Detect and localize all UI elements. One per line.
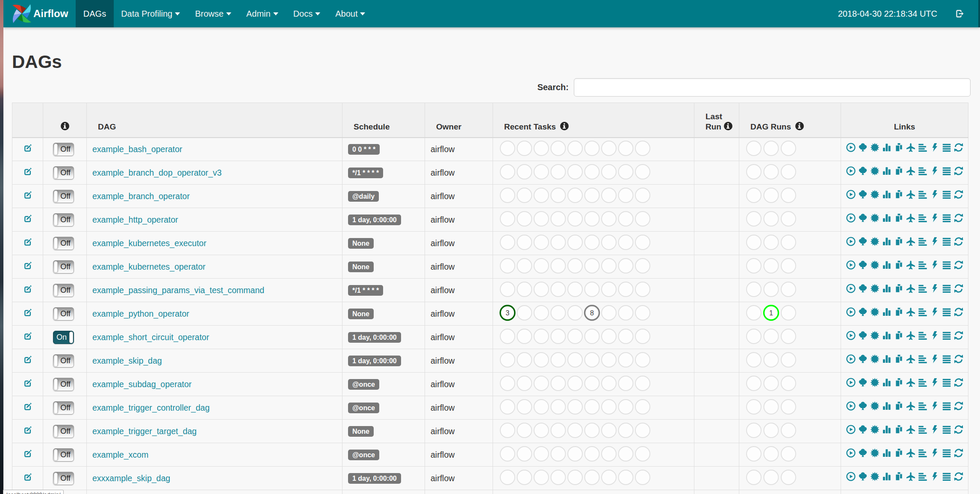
dag-pause-toggle[interactable]: Off [53,448,74,462]
recent-tasks[interactable] [499,257,652,275]
play-circle-link[interactable] [846,284,856,293]
refresh-link[interactable] [954,472,963,481]
recent-tasks-circle-empty[interactable] [500,235,515,250]
tree-link[interactable] [858,284,868,293]
recent-tasks[interactable] [499,445,652,463]
stats-link[interactable] [882,190,891,199]
dag-runs-circle-empty[interactable] [764,235,779,250]
dag-runs-circle-empty[interactable] [747,212,761,226]
recent-tasks-circle-empty[interactable] [585,400,599,414]
align-justify-link[interactable] [942,307,951,317]
play-circle-link[interactable] [846,448,856,458]
tree-link[interactable] [858,401,868,411]
flash-link[interactable] [930,166,939,176]
flash-link[interactable] [930,284,939,293]
recent-tasks-circle-empty[interactable] [551,329,566,344]
align-justify-link[interactable] [942,378,951,387]
recent-tasks-circle-empty[interactable] [551,259,566,273]
plane-link[interactable] [906,213,915,223]
play-circle-link[interactable] [846,401,856,411]
dag-runs-circle-empty[interactable] [747,282,761,297]
refresh-link[interactable] [954,307,963,317]
dag-runs[interactable] [745,421,797,439]
flash-link[interactable] [930,378,939,387]
nav-link-admin[interactable]: Admin [239,0,286,27]
certificate-link[interactable] [870,284,880,293]
recent-tasks-circle-empty[interactable] [517,212,532,226]
dag-runs[interactable] [745,351,797,369]
align-justify-link[interactable] [942,237,951,246]
align-justify-link[interactable] [942,425,951,434]
duplicate-link[interactable] [894,213,903,223]
duplicate-link[interactable] [894,378,903,387]
dag-runs[interactable] [745,186,797,204]
align-left-link[interactable] [918,425,927,434]
align-left-link[interactable] [918,213,927,223]
recent-tasks[interactable] [499,280,652,298]
dag-pause-toggle[interactable]: Off [53,260,74,273]
dag-pause-toggle[interactable]: Off [53,237,74,250]
duplicate-link[interactable] [894,284,903,293]
align-justify-link[interactable] [942,331,951,340]
flash-link[interactable] [930,213,939,223]
schedule-badge[interactable]: 1 day, 0:00:00 [348,356,401,366]
recent-tasks-circle-empty[interactable] [619,376,633,391]
certificate-link[interactable] [870,260,880,270]
header-owner[interactable]: Owner [425,103,493,138]
dag-name-link[interactable]: example_bash_operator [92,144,182,154]
recent-tasks-circle-empty[interactable] [602,188,616,203]
recent-tasks-circle-empty[interactable] [602,141,616,156]
duplicate-link[interactable] [894,166,903,176]
recent-tasks-circle-empty[interactable] [602,282,616,297]
recent-tasks-circle-empty[interactable] [568,259,582,273]
recent-tasks-circle-empty[interactable] [585,353,599,367]
recent-tasks-circle-empty[interactable] [602,400,616,414]
dag-runs-circle-empty[interactable] [747,353,761,367]
dag-runs-circle-empty[interactable] [764,447,779,461]
recent-tasks-circle-empty[interactable] [585,423,599,438]
edit-dag-link[interactable] [24,168,32,176]
refresh-link[interactable] [954,448,963,458]
recent-tasks-circle-empty[interactable] [568,423,582,438]
nav-link-dags[interactable]: DAGs [76,0,113,27]
recent-tasks-circle-empty[interactable] [568,306,582,320]
dag-name-link[interactable]: example_skip_dag [92,356,162,365]
stats-link[interactable] [882,260,891,270]
dag-runs-circle-empty[interactable] [764,141,779,156]
recent-tasks-circle-empty[interactable] [619,165,633,179]
schedule-badge[interactable]: 0 0 * * * [348,144,380,155]
recent-tasks-circle-empty[interactable] [500,423,515,438]
recent-tasks-circle-empty[interactable] [568,447,582,461]
dag-runs-circle-empty[interactable] [747,235,761,250]
recent-tasks[interactable] [499,398,652,416]
play-circle-link[interactable] [846,425,856,434]
recent-tasks-circle-empty[interactable] [500,447,515,461]
dag-runs-circle-empty[interactable] [747,188,761,203]
play-circle-link[interactable] [846,472,856,481]
dag-runs-circle-empty[interactable] [764,353,779,367]
stats-link[interactable] [882,284,891,293]
recent-tasks-circle-empty[interactable] [568,376,582,391]
recent-tasks-circle-empty[interactable] [619,400,633,414]
recent-tasks-circle-empty[interactable] [635,235,650,250]
dag-runs[interactable] [745,327,797,345]
recent-tasks-circle-empty[interactable] [619,329,633,344]
tree-link[interactable] [858,260,868,270]
duplicate-link[interactable] [894,472,903,481]
certificate-link[interactable] [870,190,880,199]
brand-link[interactable]: Airflow [3,0,76,27]
dag-runs[interactable] [745,468,797,486]
recent-tasks-circle-empty[interactable] [517,470,532,485]
refresh-link[interactable] [954,378,963,387]
recent-tasks-circle-empty[interactable] [619,447,633,461]
flash-link[interactable] [930,472,939,481]
edit-dag-link[interactable] [24,403,32,411]
certificate-link[interactable] [870,213,880,223]
recent-tasks-circle-empty[interactable] [500,470,515,485]
dag-name-link[interactable]: example_kubernetes_operator [92,262,206,271]
duplicate-link[interactable] [894,448,903,458]
dag-runs[interactable]: 1 [745,304,797,322]
recent-tasks-circle-empty[interactable] [500,259,515,273]
refresh-link[interactable] [954,401,963,411]
recent-tasks-circle-empty[interactable] [619,212,633,226]
